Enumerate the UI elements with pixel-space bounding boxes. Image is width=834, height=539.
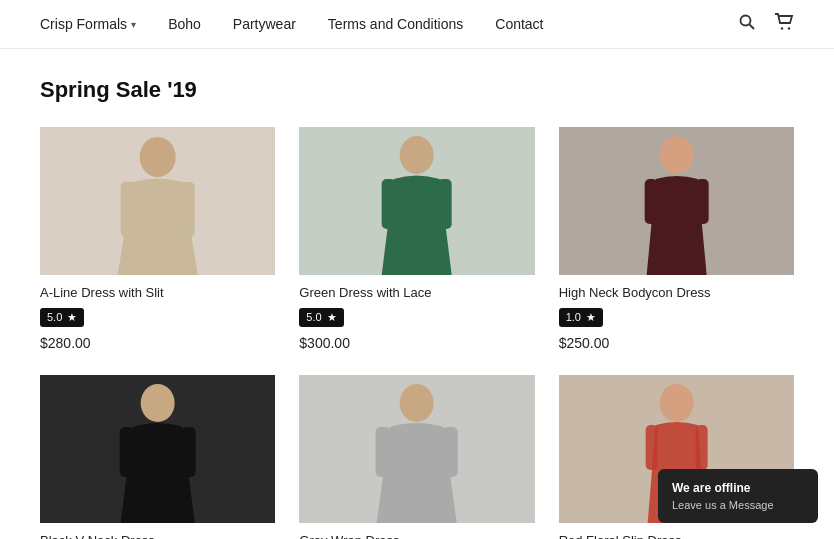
product-rating: 5.0★ <box>299 308 343 327</box>
svg-rect-19 <box>182 427 196 477</box>
svg-point-25 <box>659 384 693 422</box>
svg-rect-14 <box>644 179 657 224</box>
product-name: Green Dress with Lace <box>299 285 534 300</box>
svg-rect-26 <box>645 425 657 470</box>
svg-point-2 <box>781 27 783 29</box>
product-name: Red Floral Slip Dress <box>559 533 794 540</box>
nav-item-contact[interactable]: Contact <box>495 16 543 32</box>
product-name: Black V-Neck Dress <box>40 533 275 540</box>
svg-point-0 <box>741 15 751 25</box>
svg-rect-6 <box>121 182 136 237</box>
rating-value: 5.0 <box>306 311 321 323</box>
product-image <box>40 127 275 275</box>
product-card[interactable]: Black V-Neck Dress <box>40 375 275 540</box>
nav-left: Crisp Formals ▾ Boho Partywear Terms and… <box>40 16 738 32</box>
product-image <box>299 375 534 523</box>
nav-item-boho[interactable]: Boho <box>168 16 201 32</box>
svg-point-9 <box>400 136 434 174</box>
product-name: A-Line Dress with Slit <box>40 285 275 300</box>
rating-value: 5.0 <box>47 311 62 323</box>
product-rating: 5.0★ <box>40 308 84 327</box>
chat-title: We are offline <box>672 479 804 497</box>
product-card[interactable]: Green Dress with Lace5.0★$300.00 <box>299 127 534 351</box>
svg-rect-18 <box>120 427 134 477</box>
product-name: Gray Wrap Dress <box>299 533 534 540</box>
chat-widget[interactable]: We are offline Leave us a Message <box>658 469 818 524</box>
main-content: Spring Sale '19 A-Line Dress with Slit5.… <box>0 49 834 539</box>
chat-subtitle: Leave us a Message <box>672 497 804 514</box>
svg-rect-11 <box>438 179 452 229</box>
cart-icon <box>774 13 794 31</box>
svg-point-17 <box>141 384 175 422</box>
svg-point-5 <box>140 137 176 177</box>
nav-item-terms[interactable]: Terms and Conditions <box>328 16 463 32</box>
star-icon: ★ <box>67 311 77 324</box>
svg-line-1 <box>750 24 755 29</box>
nav-item-brand[interactable]: Crisp Formals ▾ <box>40 16 136 32</box>
svg-rect-22 <box>376 427 391 477</box>
svg-rect-10 <box>382 179 396 229</box>
nav-item-partywear[interactable]: Partywear <box>233 16 296 32</box>
product-card[interactable]: High Neck Bodycon Dress1.0★$250.00 <box>559 127 794 351</box>
search-button[interactable] <box>738 13 756 36</box>
svg-rect-15 <box>695 179 708 224</box>
dropdown-chevron-icon: ▾ <box>131 19 136 30</box>
svg-rect-23 <box>443 427 458 477</box>
product-price: $280.00 <box>40 335 275 351</box>
product-image <box>299 127 534 275</box>
search-icon <box>738 13 756 31</box>
product-price: $250.00 <box>559 335 794 351</box>
navbar: Crisp Formals ▾ Boho Partywear Terms and… <box>0 0 834 49</box>
svg-rect-27 <box>695 425 707 470</box>
svg-rect-7 <box>180 182 195 237</box>
star-icon: ★ <box>586 311 596 324</box>
product-image <box>40 375 275 523</box>
cart-button[interactable] <box>774 13 794 36</box>
rating-value: 1.0 <box>566 311 581 323</box>
svg-point-3 <box>788 27 790 29</box>
product-image <box>559 127 794 275</box>
product-rating: 1.0★ <box>559 308 603 327</box>
product-name: High Neck Bodycon Dress <box>559 285 794 300</box>
product-card[interactable]: Gray Wrap Dress <box>299 375 534 540</box>
product-card[interactable]: A-Line Dress with Slit5.0★$280.00 <box>40 127 275 351</box>
product-price: $300.00 <box>299 335 534 351</box>
star-icon: ★ <box>327 311 337 324</box>
nav-icons <box>738 13 794 36</box>
brand-label: Crisp Formals <box>40 16 127 32</box>
svg-point-21 <box>400 384 434 422</box>
svg-point-13 <box>659 136 693 174</box>
page-title: Spring Sale '19 <box>40 77 794 103</box>
